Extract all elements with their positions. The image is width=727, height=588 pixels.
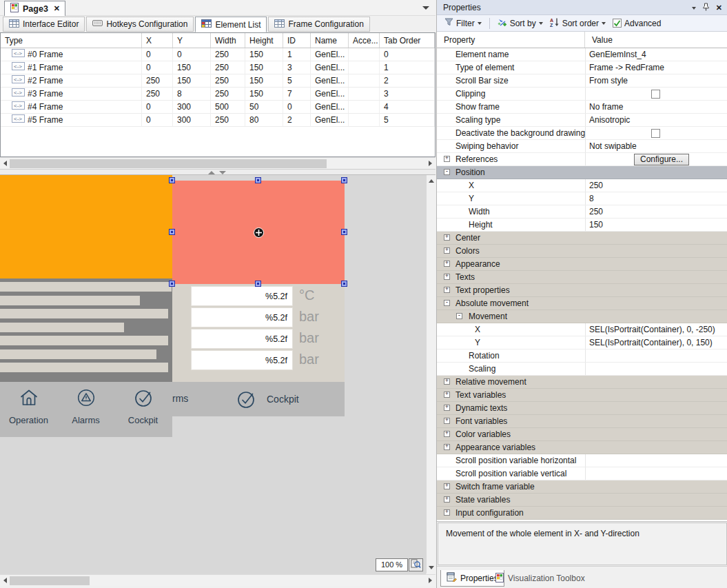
- expand-plus-icon[interactable]: +: [444, 378, 450, 385]
- property-label-cell[interactable]: Scaling: [437, 363, 585, 375]
- table-cell[interactable]: [349, 48, 380, 61]
- property-value-cell[interactable]: Frame -> RedFrame: [585, 61, 727, 74]
- property-value-cell[interactable]: [585, 376, 727, 388]
- table-cell[interactable]: 150: [173, 74, 211, 87]
- property-value-cell[interactable]: SEL(IsPortrait(Container), 0, 150): [585, 336, 727, 349]
- property-row-rotation[interactable]: Rotation: [437, 349, 727, 363]
- property-label-cell[interactable]: Element name: [437, 48, 585, 61]
- property-label-cell[interactable]: +Center: [437, 232, 585, 244]
- property-row-scroll-position-variable-vertical[interactable]: Scroll position variable vertical: [437, 467, 727, 480]
- property-label-cell[interactable]: +Texts: [437, 271, 585, 283]
- numeric-input-field[interactable]: %5.2f: [191, 350, 293, 370]
- property-label-cell[interactable]: +Colors: [437, 245, 585, 257]
- property-label-cell[interactable]: Scroll position variable horizontal: [437, 454, 585, 467]
- zoom-button[interactable]: [409, 558, 423, 571]
- table-cell[interactable]: GenEl...: [311, 61, 349, 74]
- property-row-type-of-element[interactable]: Type of elementFrame -> RedFrame: [437, 61, 727, 74]
- collapse-minus-icon[interactable]: -: [456, 313, 462, 319]
- center-crosshair-icon[interactable]: [253, 227, 265, 241]
- table-cell[interactable]: 250: [142, 88, 173, 100]
- property-value-cell[interactable]: [585, 88, 727, 100]
- property-label-cell[interactable]: +Appearance variables: [437, 441, 585, 454]
- property-value-cell[interactable]: [585, 467, 727, 480]
- table-cell[interactable]: 300: [173, 114, 211, 126]
- table-row[interactable]: <->#4 Frame0300500500GenEl...4: [1, 101, 435, 114]
- table-cell[interactable]: 80: [245, 114, 283, 126]
- splitter-down-icon[interactable]: [219, 171, 226, 174]
- property-value-cell[interactable]: [585, 310, 727, 323]
- visualization-canvas[interactable]: %5.2f°C%5.2fbar%5.2fbar%5.2fbar Operatio…: [0, 175, 426, 574]
- table-row[interactable]: <->#3 Frame25082501507GenEl...3: [1, 88, 435, 101]
- sort-by-button[interactable]: Sort by: [495, 17, 545, 30]
- table-cell[interactable]: 3: [283, 61, 311, 74]
- property-row-show-frame[interactable]: Show frameNo frame: [437, 101, 727, 114]
- column-header[interactable]: Acce...: [349, 33, 380, 48]
- table-cell[interactable]: <->#0 Frame: [1, 48, 142, 61]
- tab-list-chevron-down-icon[interactable]: [422, 6, 429, 10]
- table-cell[interactable]: [349, 114, 380, 126]
- property-value-cell[interactable]: [585, 232, 727, 244]
- property-value-cell[interactable]: From style: [585, 74, 727, 87]
- property-row-texts[interactable]: +Texts: [437, 271, 727, 284]
- table-cell[interactable]: 250: [211, 61, 245, 74]
- property-value-cell[interactable]: 250: [585, 179, 727, 192]
- pane-splitter[interactable]: [0, 169, 436, 175]
- property-label-cell[interactable]: -Position: [437, 166, 585, 179]
- property-value-cell[interactable]: No frame: [585, 101, 727, 113]
- property-value-cell[interactable]: [585, 363, 727, 375]
- property-value-cell[interactable]: 150: [585, 219, 727, 231]
- property-label-cell[interactable]: +Text properties: [437, 284, 585, 296]
- table-cell[interactable]: 250: [211, 74, 245, 87]
- table-cell[interactable]: GenEl...: [311, 48, 349, 61]
- scroll-up-icon[interactable]: [429, 179, 434, 183]
- expand-plus-icon[interactable]: +: [444, 509, 450, 516]
- scroll-left-icon[interactable]: [3, 578, 7, 583]
- property-value-cell[interactable]: Configure...: [585, 153, 727, 165]
- column-header[interactable]: Width: [211, 33, 245, 48]
- collapse-minus-icon[interactable]: -: [444, 169, 450, 175]
- property-row-scroll-bar-size[interactable]: Scroll Bar sizeFrom style: [437, 74, 727, 88]
- table-cell[interactable]: 0: [142, 61, 173, 74]
- advanced-checkbox[interactable]: Advanced: [611, 17, 663, 30]
- property-label-cell[interactable]: Show frame: [437, 101, 585, 113]
- property-value-cell[interactable]: [585, 297, 727, 310]
- table-cell[interactable]: <->#2 Frame: [1, 74, 142, 87]
- property-row-absolute-movement[interactable]: -Absolute movement: [437, 297, 727, 310]
- table-cell[interactable]: 150: [245, 61, 283, 74]
- tab-interface-editor[interactable]: Interface Editor: [3, 17, 85, 32]
- property-label-cell[interactable]: X: [437, 323, 585, 336]
- property-value-cell[interactable]: SEL(IsPortrait(Container), 0, -250): [585, 323, 727, 336]
- table-cell[interactable]: 150: [245, 74, 283, 87]
- selection-handle[interactable]: [255, 177, 261, 183]
- property-value-cell[interactable]: [585, 415, 727, 427]
- configure-button[interactable]: Configure...: [634, 154, 689, 165]
- expand-plus-icon[interactable]: +: [444, 405, 450, 411]
- property-label-cell[interactable]: Swiping behavior: [437, 140, 585, 152]
- scroll-right-icon[interactable]: [429, 578, 432, 583]
- close-panel-icon[interactable]: ✕: [716, 3, 722, 12]
- property-row-element-name[interactable]: Element nameGenElemInst_4: [437, 48, 727, 61]
- property-row-height[interactable]: Height150: [437, 219, 727, 232]
- nav-item-alarms[interactable]: Alarms: [57, 382, 114, 437]
- table-cell[interactable]: 0: [173, 48, 211, 61]
- table-cell[interactable]: 3: [380, 88, 435, 100]
- table-cell[interactable]: <->#3 Frame: [1, 88, 142, 100]
- checkbox[interactable]: [651, 90, 660, 99]
- selection-handle[interactable]: [169, 229, 175, 235]
- property-row-center[interactable]: +Center: [437, 232, 727, 245]
- tab-frame-configuration[interactable]: Frame Configuration: [268, 17, 369, 32]
- table-cell[interactable]: [349, 61, 380, 74]
- table-cell[interactable]: GenEl...: [311, 114, 349, 126]
- table-horizontal-scrollbar[interactable]: [0, 157, 436, 169]
- property-value-cell[interactable]: [585, 402, 727, 414]
- property-value-cell[interactable]: Anisotropic: [585, 114, 727, 126]
- table-cell[interactable]: 2: [283, 114, 311, 126]
- column-header[interactable]: Type: [1, 33, 142, 48]
- property-label-cell[interactable]: +Input configuration: [437, 507, 585, 519]
- property-row-font-variables[interactable]: +Font variables: [437, 415, 727, 428]
- splitter-up-icon[interactable]: [208, 171, 215, 174]
- orange-frame-element[interactable]: [0, 175, 172, 278]
- selection-handle[interactable]: [169, 177, 175, 183]
- table-cell[interactable]: 150: [173, 61, 211, 74]
- property-value-cell[interactable]: [585, 349, 727, 362]
